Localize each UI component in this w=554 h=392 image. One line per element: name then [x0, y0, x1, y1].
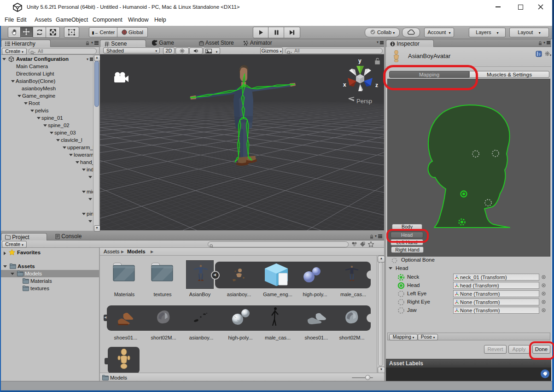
svg-text:y: y: [358, 58, 362, 64]
svg-text:?: ?: [538, 53, 541, 57]
svg-text:z: z: [375, 82, 378, 88]
svg-text:x: x: [343, 82, 346, 88]
svg-text:Persp: Persp: [356, 98, 372, 105]
